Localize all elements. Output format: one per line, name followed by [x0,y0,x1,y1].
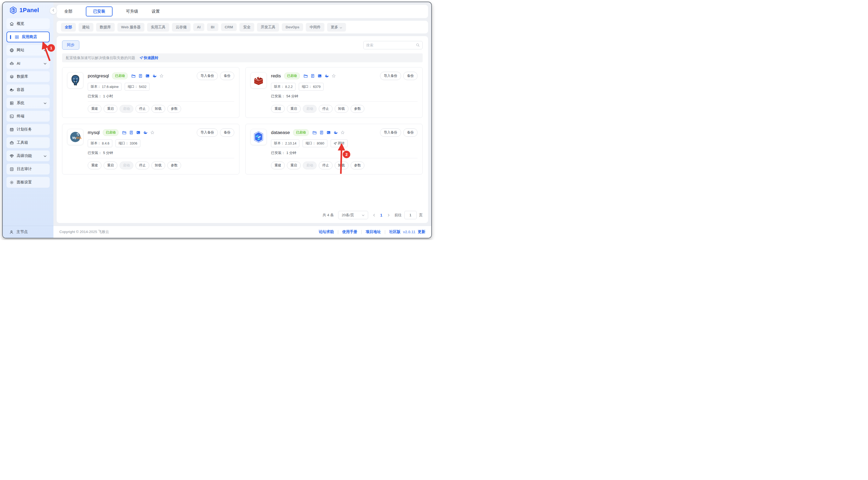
log-file-icon[interactable] [129,131,133,135]
log-file-icon[interactable] [311,74,315,78]
terminal-icon[interactable] [146,74,150,78]
footer-link[interactable]: 使用手册 [342,230,358,234]
sync-button[interactable]: 同步 [62,40,79,49]
folder-icon[interactable] [313,131,317,135]
import-backup-button[interactable]: 导入备份 [380,128,401,137]
sidebar-item-toolbox[interactable]: 工具箱 [6,137,50,148]
sidebar-item-ai[interactable]: AI [6,58,50,69]
action-button-5[interactable]: 参数 [167,105,181,113]
sidebar-item-overview[interactable]: 概览 [6,18,50,29]
backup-button[interactable]: 备份 [220,128,234,137]
category-chip[interactable]: 安全 [239,23,254,32]
action-button-0[interactable]: 重建 [271,162,285,169]
action-button-1[interactable]: 重启 [287,162,301,169]
backup-button[interactable]: 备份 [403,72,417,80]
category-chip[interactable]: 建站 [79,23,93,32]
page-size-select[interactable]: 20条/页 [338,211,368,219]
current-page[interactable]: 1 [380,213,382,217]
tab-installed[interactable]: 已安装 [86,6,113,16]
folder-icon[interactable] [122,131,126,135]
folder-icon[interactable] [131,74,135,78]
category-chip[interactable]: BI [207,23,218,31]
import-backup-button[interactable]: 导入备份 [197,72,218,80]
chevron-down-icon [43,48,47,52]
action-button-1[interactable]: 重启 [287,105,301,113]
sidebar-item-database[interactable]: 数据库 [6,71,50,82]
app-installed-time: 已安装：1 小时 [88,94,234,99]
sidebar-item-website[interactable]: 网站 [6,45,50,56]
docker-icon[interactable] [143,131,147,135]
category-chip[interactable]: Web 服务器 [117,23,145,32]
sidebar-node-item[interactable]: 主节点 [3,226,54,238]
category-chip[interactable]: DevOps [282,23,303,31]
sidebar-item-app-store[interactable]: 应用商店 [6,32,50,42]
log-file-icon[interactable] [319,131,323,135]
category-chip[interactable]: 数据库 [96,23,115,32]
action-button-0[interactable]: 重建 [271,105,285,113]
action-button-3[interactable]: 停止 [135,105,149,113]
sidebar-item-label: 终端 [17,114,24,118]
import-backup-button[interactable]: 导入备份 [197,128,218,137]
search-input[interactable] [366,43,416,47]
favorite-star-icon[interactable] [150,131,154,135]
folder-icon[interactable] [304,74,308,78]
category-chip[interactable]: 开发工具 [257,23,279,32]
category-chip[interactable]: AI [193,23,205,31]
tab-all[interactable]: 全部 [64,9,72,14]
category-chip[interactable]: 实用工具 [147,23,169,32]
tab-upgradable[interactable]: 可升级 [126,9,138,14]
action-button-4[interactable]: 卸载 [335,162,348,169]
sidebar-item-system[interactable]: 系统 [6,98,50,108]
sidebar-item-container[interactable]: 容器 [6,84,50,95]
action-button-1[interactable]: 重启 [104,162,117,169]
sidebar-collapse-button[interactable] [50,7,57,14]
goto-page-input[interactable] [404,211,417,219]
category-chip[interactable]: 云存储 [172,23,191,32]
backup-button[interactable]: 备份 [220,72,234,80]
prev-page-icon[interactable] [372,213,376,217]
favorite-star-icon[interactable] [341,131,345,135]
sidebar-item-advanced[interactable]: 高级功能 [6,150,50,161]
action-button-3[interactable]: 停止 [135,162,149,169]
import-backup-button[interactable]: 导入备份 [380,72,401,80]
quick-jump-link[interactable]: 快速跳转 [140,56,158,60]
action-button-1[interactable]: 重启 [104,105,117,113]
action-button-4[interactable]: 卸载 [151,162,165,169]
category-chip[interactable]: 中间件 [306,23,324,32]
terminal-icon[interactable] [136,131,141,135]
favorite-star-icon[interactable] [332,74,336,78]
action-button-0[interactable]: 重建 [88,105,101,113]
update-link[interactable]: 更新 [418,230,425,234]
search-icon[interactable] [416,43,420,47]
tab-settings[interactable]: 设置 [152,9,160,14]
terminal-icon[interactable] [318,74,322,78]
footer-link[interactable]: 论坛求助 [319,230,334,234]
docker-icon[interactable] [153,74,157,78]
backup-button[interactable]: 备份 [403,128,417,137]
sidebar-item-cron[interactable]: 计划任务 [6,124,50,135]
action-button-3[interactable]: 停止 [319,162,333,169]
favorite-star-icon[interactable] [159,74,163,78]
sidebar-item-log-audit[interactable]: 日志审计 [6,164,50,174]
category-more-chip[interactable]: 更多 [327,23,346,32]
terminal-icon[interactable] [327,131,331,135]
next-page-icon[interactable] [387,213,390,217]
sidebar-item-terminal[interactable]: 终端 [6,111,50,122]
docker-icon[interactable] [334,131,338,135]
action-button-0[interactable]: 重建 [88,162,101,169]
sidebar-item-settings[interactable]: 面板设置 [6,177,50,188]
action-button-4[interactable]: 卸载 [151,105,165,113]
action-button-5[interactable]: 参数 [350,105,364,113]
docker-icon[interactable] [325,74,329,78]
footer-link[interactable]: 项目地址 [366,230,381,234]
log-file-icon[interactable] [138,74,143,78]
action-button-3[interactable]: 停止 [319,105,333,113]
app-jump-button[interactable]: 跳转 [331,139,348,147]
edition-link[interactable]: 社区版 [389,230,401,234]
category-chip[interactable]: CRM [221,23,237,31]
category-chip[interactable]: 全部 [61,23,76,32]
action-button-4[interactable]: 卸载 [335,105,348,113]
brand-logo[interactable]: 1Panel [3,2,54,18]
action-button-5[interactable]: 参数 [167,162,181,169]
action-button-5[interactable]: 参数 [350,162,364,169]
